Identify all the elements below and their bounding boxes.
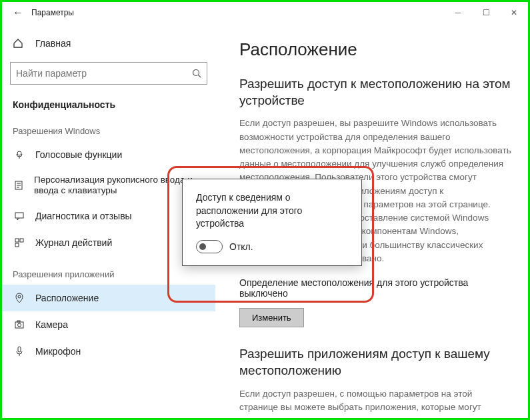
svg-rect-11 [15,243,19,247]
maximize-button[interactable]: ☐ [472,2,500,23]
home-icon [13,38,26,49]
clipboard-icon [13,179,25,191]
home-label: Главная [35,38,71,49]
minimize-button[interactable]: ─ [444,2,472,23]
svg-rect-16 [18,347,21,352]
sidebar-item-voice[interactable]: Голосовые функции [2,141,215,168]
toggle-state-label: Откл. [229,241,253,252]
titlebar: ← Параметры ─ ☐ ✕ [2,2,528,23]
microphone-icon [13,345,26,357]
search-icon [192,69,201,78]
change-button[interactable]: Изменить [239,308,304,327]
sidebar-item-label: Журнал действий [35,237,112,248]
back-button[interactable]: ← [7,7,29,19]
toggle-knob [199,243,206,250]
voice-icon [13,149,26,161]
home-link[interactable]: Главная [2,31,215,55]
section-title: Конфиденциальность [2,94,215,122]
svg-rect-10 [20,239,23,242]
feedback-icon [13,210,26,222]
window-title: Параметры [31,8,74,17]
activity-icon [13,237,26,249]
location-icon [13,292,26,304]
camera-icon [13,319,26,331]
sidebar-item-label: Диагностика и отзывы [35,211,132,221]
svg-point-0 [193,70,199,76]
sidebar-item-microphone[interactable]: Микрофон [2,338,215,365]
svg-point-12 [18,295,21,298]
svg-line-1 [199,75,201,78]
svg-rect-9 [15,239,19,242]
svg-rect-13 [15,322,23,328]
sidebar-item-camera[interactable]: Камера [2,311,215,338]
group-windows-permissions: Разрешения Windows [2,122,215,141]
page-title: Расположение [239,39,512,60]
section-heading-apps: Разрешить приложениям доступ к вашему ме… [239,346,512,379]
sidebar-item-location[interactable]: Расположение [2,285,215,311]
svg-rect-15 [17,321,20,322]
sidebar-item-label: Расположение [35,293,99,303]
svg-rect-8 [15,213,23,218]
close-button[interactable]: ✕ [500,2,528,23]
group-app-permissions: Разрешения приложений [2,265,215,285]
search-box[interactable] [10,62,207,85]
sidebar-item-label: Голосовые функции [35,149,122,160]
svg-point-2 [17,151,21,155]
location-popup: Доступ к сведениям о расположении для эт… [182,179,362,266]
search-input[interactable] [16,68,192,79]
popup-title: Доступ к сведениям о расположении для эт… [196,191,348,231]
section-heading-device: Разрешить доступ к местоположению на это… [239,76,512,109]
window-controls: ─ ☐ ✕ [444,2,528,23]
location-status: Определение местоположения для этого уст… [239,277,512,299]
apps-description: Если доступ разрешен, с помощью параметр… [239,387,512,419]
location-toggle[interactable] [196,240,223,253]
sidebar-item-label: Микрофон [35,346,81,357]
sidebar-item-label: Камера [35,319,68,330]
svg-point-14 [18,323,21,327]
